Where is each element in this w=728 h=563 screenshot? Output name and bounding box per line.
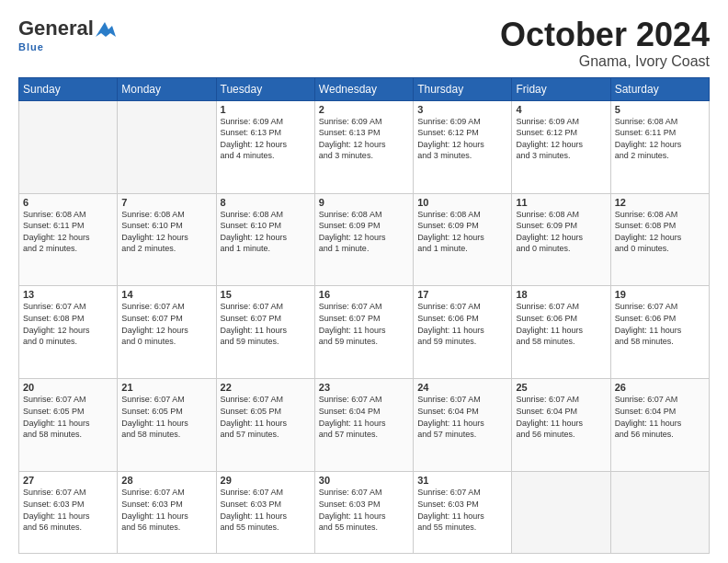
day-info: Sunrise: 6:07 AM Sunset: 6:04 PM Dayligh… xyxy=(615,394,705,440)
day-number: 12 xyxy=(615,197,705,208)
day-number: 25 xyxy=(516,382,606,393)
day-info: Sunrise: 6:07 AM Sunset: 6:03 PM Dayligh… xyxy=(23,487,113,533)
day-info: Sunrise: 6:07 AM Sunset: 6:07 PM Dayligh… xyxy=(221,301,311,347)
day-number: 26 xyxy=(615,382,705,393)
calendar-cell-4-5: 24Sunrise: 6:07 AM Sunset: 6:04 PM Dayli… xyxy=(414,379,512,472)
calendar-cell-1-6: 4Sunrise: 6:09 AM Sunset: 6:12 PM Daylig… xyxy=(512,100,610,193)
logo: General Blue xyxy=(18,17,116,52)
day-number: 4 xyxy=(516,104,606,115)
location: Gnama, Ivory Coast xyxy=(500,53,710,70)
svg-marker-0 xyxy=(96,22,116,37)
day-number: 23 xyxy=(319,382,409,393)
day-number: 16 xyxy=(319,289,409,300)
header-thursday: Thursday xyxy=(414,77,512,100)
calendar-cell-5-4: 30Sunrise: 6:07 AM Sunset: 6:03 PM Dayli… xyxy=(314,472,413,554)
day-number: 1 xyxy=(221,104,311,115)
day-info: Sunrise: 6:08 AM Sunset: 6:09 PM Dayligh… xyxy=(417,209,507,255)
calendar-cell-4-6: 25Sunrise: 6:07 AM Sunset: 6:04 PM Dayli… xyxy=(512,379,610,472)
day-number: 20 xyxy=(23,382,113,393)
day-info: Sunrise: 6:08 AM Sunset: 6:11 PM Dayligh… xyxy=(23,209,113,255)
day-number: 17 xyxy=(417,289,507,300)
calendar-cell-5-7 xyxy=(610,472,709,554)
day-number: 24 xyxy=(417,382,507,393)
calendar-cell-3-7: 19Sunrise: 6:07 AM Sunset: 6:06 PM Dayli… xyxy=(610,286,709,379)
day-number: 29 xyxy=(221,475,311,486)
calendar-cell-2-4: 9Sunrise: 6:08 AM Sunset: 6:09 PM Daylig… xyxy=(314,193,413,286)
calendar-cell-5-3: 29Sunrise: 6:07 AM Sunset: 6:03 PM Dayli… xyxy=(216,472,314,554)
calendar-cell-5-2: 28Sunrise: 6:07 AM Sunset: 6:03 PM Dayli… xyxy=(118,472,216,554)
day-number: 18 xyxy=(516,289,606,300)
page-header: General Blue October 2024 Gnama, Ivory C… xyxy=(18,17,710,70)
day-info: Sunrise: 6:07 AM Sunset: 6:04 PM Dayligh… xyxy=(417,394,507,440)
calendar-cell-1-5: 3Sunrise: 6:09 AM Sunset: 6:12 PM Daylig… xyxy=(414,100,512,193)
calendar-cell-4-3: 22Sunrise: 6:07 AM Sunset: 6:05 PM Dayli… xyxy=(216,379,314,472)
day-number: 15 xyxy=(221,289,311,300)
day-info: Sunrise: 6:08 AM Sunset: 6:08 PM Dayligh… xyxy=(615,209,705,255)
day-info: Sunrise: 6:09 AM Sunset: 6:13 PM Dayligh… xyxy=(319,116,409,162)
month-year: October 2024 xyxy=(500,17,710,53)
calendar-table: Sunday Monday Tuesday Wednesday Thursday… xyxy=(18,77,710,554)
calendar-cell-1-7: 5Sunrise: 6:08 AM Sunset: 6:11 PM Daylig… xyxy=(610,100,709,193)
calendar-cell-2-3: 8Sunrise: 6:08 AM Sunset: 6:10 PM Daylig… xyxy=(216,193,314,286)
day-number: 28 xyxy=(121,475,211,486)
day-number: 7 xyxy=(121,197,211,208)
day-info: Sunrise: 6:08 AM Sunset: 6:09 PM Dayligh… xyxy=(319,209,409,255)
calendar-cell-5-6 xyxy=(512,472,610,554)
day-number: 27 xyxy=(23,475,113,486)
day-info: Sunrise: 6:07 AM Sunset: 6:03 PM Dayligh… xyxy=(417,487,507,533)
day-number: 30 xyxy=(319,475,409,486)
calendar-cell-3-6: 18Sunrise: 6:07 AM Sunset: 6:06 PM Dayli… xyxy=(512,286,610,379)
day-info: Sunrise: 6:07 AM Sunset: 6:03 PM Dayligh… xyxy=(319,487,409,533)
header-friday: Friday xyxy=(512,77,610,100)
week-row-2: 6Sunrise: 6:08 AM Sunset: 6:11 PM Daylig… xyxy=(19,193,710,286)
week-row-3: 13Sunrise: 6:07 AM Sunset: 6:08 PM Dayli… xyxy=(19,286,710,379)
calendar-cell-3-2: 14Sunrise: 6:07 AM Sunset: 6:07 PM Dayli… xyxy=(118,286,216,379)
logo-subtitle: Blue xyxy=(18,41,44,52)
calendar-cell-2-2: 7Sunrise: 6:08 AM Sunset: 6:10 PM Daylig… xyxy=(118,193,216,286)
day-number: 21 xyxy=(121,382,211,393)
day-info: Sunrise: 6:07 AM Sunset: 6:03 PM Dayligh… xyxy=(221,487,311,533)
week-row-1: 1Sunrise: 6:09 AM Sunset: 6:13 PM Daylig… xyxy=(19,100,710,193)
header-wednesday: Wednesday xyxy=(314,77,413,100)
day-number: 8 xyxy=(221,197,311,208)
day-number: 22 xyxy=(221,382,311,393)
header-saturday: Saturday xyxy=(610,77,709,100)
day-number: 3 xyxy=(417,104,507,115)
calendar-cell-4-7: 26Sunrise: 6:07 AM Sunset: 6:04 PM Dayli… xyxy=(610,379,709,472)
day-info: Sunrise: 6:08 AM Sunset: 6:11 PM Dayligh… xyxy=(615,116,705,162)
day-info: Sunrise: 6:07 AM Sunset: 6:03 PM Dayligh… xyxy=(121,487,211,533)
day-info: Sunrise: 6:07 AM Sunset: 6:05 PM Dayligh… xyxy=(121,394,211,440)
day-info: Sunrise: 6:07 AM Sunset: 6:06 PM Dayligh… xyxy=(417,301,507,347)
day-info: Sunrise: 6:07 AM Sunset: 6:06 PM Dayligh… xyxy=(516,301,606,347)
calendar-title: October 2024 Gnama, Ivory Coast xyxy=(500,17,710,70)
logo-bird-icon xyxy=(96,22,116,37)
calendar-cell-3-1: 13Sunrise: 6:07 AM Sunset: 6:08 PM Dayli… xyxy=(19,286,118,379)
day-info: Sunrise: 6:08 AM Sunset: 6:10 PM Dayligh… xyxy=(121,209,211,255)
calendar-cell-3-5: 17Sunrise: 6:07 AM Sunset: 6:06 PM Dayli… xyxy=(414,286,512,379)
calendar-cell-1-3: 1Sunrise: 6:09 AM Sunset: 6:13 PM Daylig… xyxy=(216,100,314,193)
calendar-cell-5-1: 27Sunrise: 6:07 AM Sunset: 6:03 PM Dayli… xyxy=(19,472,118,554)
day-info: Sunrise: 6:08 AM Sunset: 6:10 PM Dayligh… xyxy=(221,209,311,255)
day-number: 14 xyxy=(121,289,211,300)
day-info: Sunrise: 6:07 AM Sunset: 6:04 PM Dayligh… xyxy=(319,394,409,440)
day-number: 5 xyxy=(615,104,705,115)
day-number: 11 xyxy=(516,197,606,208)
day-info: Sunrise: 6:07 AM Sunset: 6:04 PM Dayligh… xyxy=(516,394,606,440)
day-info: Sunrise: 6:07 AM Sunset: 6:06 PM Dayligh… xyxy=(615,301,705,347)
day-info: Sunrise: 6:07 AM Sunset: 6:07 PM Dayligh… xyxy=(319,301,409,347)
calendar-cell-3-4: 16Sunrise: 6:07 AM Sunset: 6:07 PM Dayli… xyxy=(314,286,413,379)
calendar-cell-1-1 xyxy=(19,100,118,193)
day-number: 10 xyxy=(417,197,507,208)
day-number: 2 xyxy=(319,104,409,115)
calendar-cell-4-2: 21Sunrise: 6:07 AM Sunset: 6:05 PM Dayli… xyxy=(118,379,216,472)
day-info: Sunrise: 6:07 AM Sunset: 6:08 PM Dayligh… xyxy=(23,301,113,347)
day-info: Sunrise: 6:09 AM Sunset: 6:13 PM Dayligh… xyxy=(221,116,311,162)
logo-text: General xyxy=(18,17,116,40)
week-row-4: 20Sunrise: 6:07 AM Sunset: 6:05 PM Dayli… xyxy=(19,379,710,472)
calendar-cell-1-4: 2Sunrise: 6:09 AM Sunset: 6:13 PM Daylig… xyxy=(314,100,413,193)
calendar-cell-4-4: 23Sunrise: 6:07 AM Sunset: 6:04 PM Dayli… xyxy=(314,379,413,472)
header-tuesday: Tuesday xyxy=(216,77,314,100)
day-number: 9 xyxy=(319,197,409,208)
day-info: Sunrise: 6:07 AM Sunset: 6:05 PM Dayligh… xyxy=(221,394,311,440)
day-info: Sunrise: 6:08 AM Sunset: 6:09 PM Dayligh… xyxy=(516,209,606,255)
